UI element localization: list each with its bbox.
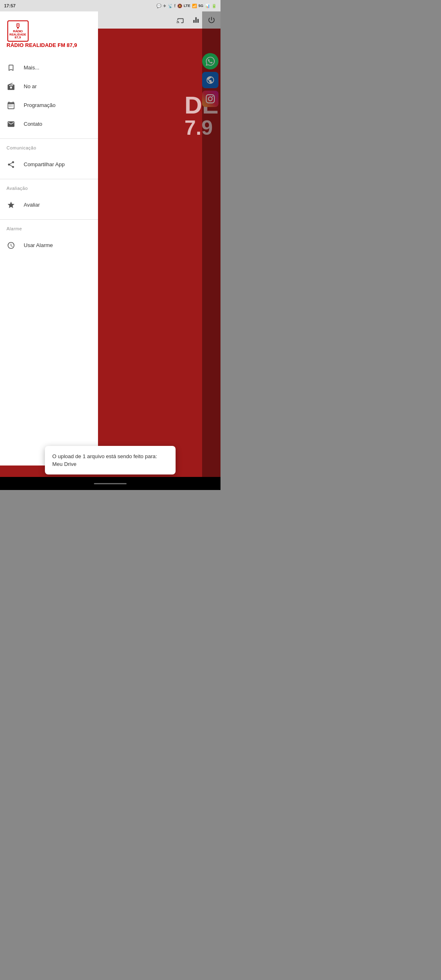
alarme-menu: Usar Alarme: [0, 233, 98, 258]
mute-status-icon: 🔕: [177, 4, 182, 8]
avaliacao-menu: Avaliar: [0, 192, 98, 218]
compartilhar-label: Compartilhar App: [24, 161, 65, 167]
battery-status-icon: 🔋: [212, 4, 216, 8]
5g-status-icon: 5G: [198, 4, 203, 8]
lte-status-icon: LTE: [184, 4, 190, 8]
calendar-icon: [7, 101, 16, 110]
star-icon: [7, 200, 16, 209]
avaliar-label: Avaliar: [24, 202, 40, 208]
equalizer-button[interactable]: [191, 15, 201, 25]
menu-item-compartilhar[interactable]: Compartilhar App: [0, 155, 98, 174]
cast-button[interactable]: [176, 15, 185, 25]
menu-item-avaliar[interactable]: Avaliar: [0, 196, 98, 214]
comunicacao-menu: Compartilhar App: [0, 152, 98, 177]
status-bar: 17:57 💬 ✈ 📡 f 🔕 LTE 📶 5G 📊 🔋: [0, 0, 220, 11]
menu-item-usar-alarme[interactable]: Usar Alarme: [0, 236, 98, 255]
drawer-header: 🎙 RÁDIO REALIDADE 87,9 RÁDIO REALIDADE F…: [0, 11, 98, 55]
cast-status-icon: 📡: [168, 4, 173, 8]
contato-label: Contato: [24, 121, 42, 127]
home-indicator: [94, 483, 127, 484]
wifi-status-icon: 📶: [192, 4, 197, 8]
status-icons: 💬 ✈ 📡 f 🔕 LTE 📶 5G 📊 🔋: [156, 4, 216, 8]
usar-alarme-label: Usar Alarme: [24, 242, 53, 248]
bookmark-icon: [7, 63, 16, 72]
no-ar-label: No ar: [24, 83, 37, 89]
navigation-drawer: 🎙 RÁDIO REALIDADE 87,9 RÁDIO REALIDADE F…: [0, 11, 98, 466]
divider-1: [0, 138, 98, 139]
drawer-overlay[interactable]: [202, 11, 220, 490]
divider-3: [0, 219, 98, 220]
divider-2: [0, 179, 98, 179]
signal-status-icon: 📊: [205, 4, 210, 8]
app-logo: 🎙 RÁDIO REALIDADE 87,9: [7, 20, 29, 42]
menu-item-no-ar[interactable]: No ar: [0, 77, 98, 96]
alarm-icon: [7, 241, 16, 250]
share-icon: [7, 160, 16, 169]
section-alarme-title: Alarme: [0, 221, 98, 233]
mail-icon: [7, 120, 16, 129]
main-menu: Mais... No ar Programação: [0, 55, 98, 137]
menu-item-contato[interactable]: Contato: [0, 115, 98, 134]
section-avaliacao-title: Avaliação: [0, 181, 98, 192]
menu-item-programacao[interactable]: Programação: [0, 96, 98, 115]
section-comunicacao-title: Comunicação: [0, 140, 98, 152]
programacao-label: Programação: [24, 102, 56, 108]
mais-label: Mais...: [24, 65, 39, 71]
logo-mic-icon: 🎙: [14, 22, 22, 30]
telegram-status-icon: ✈: [163, 4, 166, 8]
bottom-bar: [0, 477, 220, 490]
menu-item-mais[interactable]: Mais...: [0, 58, 98, 77]
radio-icon: [7, 82, 16, 91]
facebook-status-icon: f: [174, 4, 176, 8]
drawer-app-title: RÁDIO REALIDADE FM 87,9: [7, 42, 91, 49]
toast-text: O upload de 1 arquivo está sendo feito p…: [52, 453, 157, 467]
toast-notification: O upload de 1 arquivo está sendo feito p…: [45, 446, 176, 474]
status-time: 17:57: [4, 3, 16, 8]
whatsapp-status-icon: 💬: [156, 4, 161, 8]
